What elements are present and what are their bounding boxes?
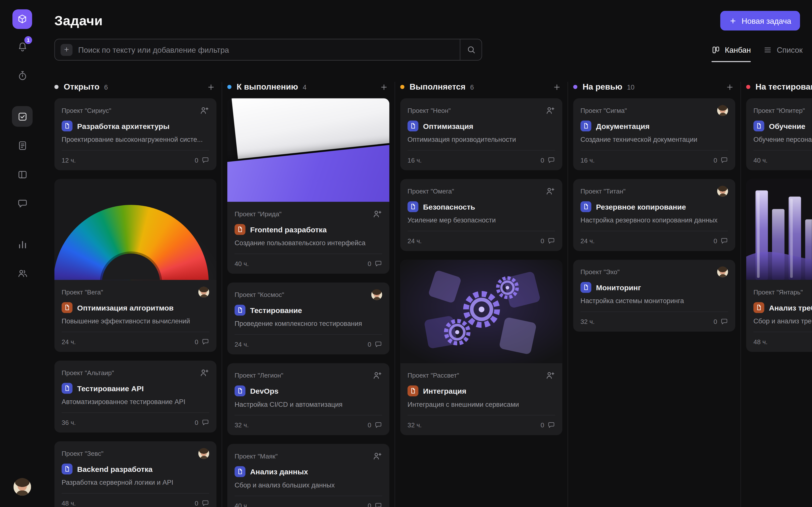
user-avatar[interactable] (13, 478, 31, 496)
task-card[interactable]: Проект "Юпитер" Обучение Обучение персон… (746, 98, 812, 170)
add-filter-button[interactable]: + (61, 44, 72, 56)
task-type-icon (408, 120, 418, 131)
project-label: Проект "Омега" (408, 187, 454, 195)
assignee-avatar[interactable] (717, 186, 728, 197)
task-card[interactable]: Проект "Омега" Безопасность Усиление мер… (400, 179, 562, 251)
task-description: Оптимизация производительности (408, 135, 555, 144)
project-label: Проект "Рассвет" (408, 372, 459, 379)
column-testing: На тестировании Проект "Юпитер" (741, 82, 812, 507)
task-card[interactable]: Проект "Сириус" Разработка архитектуры П… (54, 98, 216, 170)
task-card[interactable]: Проект "Зевс" Backend разработка Разрабо… (54, 441, 216, 507)
task-comments: 0 (713, 237, 728, 245)
search-bar: + (54, 39, 482, 61)
add-card-button[interactable] (552, 82, 562, 92)
task-comments: 0 (541, 421, 555, 429)
task-title: Мониторинг (596, 283, 641, 291)
assignee-avatar[interactable] (371, 289, 382, 300)
task-card[interactable]: Проект "Ирида" Frontend разработка Созда… (227, 98, 389, 274)
project-label: Проект "Эхо" (580, 268, 620, 275)
sidebar-item-notifications[interactable]: 1 (12, 36, 33, 57)
task-type-icon (580, 201, 591, 212)
sidebar-item-chat[interactable] (12, 193, 33, 214)
assign-user-icon[interactable] (199, 106, 209, 116)
assignee-avatar[interactable] (198, 287, 209, 297)
assignee-avatar[interactable] (717, 105, 728, 116)
assign-user-icon[interactable] (545, 371, 555, 380)
bar-chart-icon (17, 239, 28, 250)
search-button[interactable] (460, 39, 481, 60)
sidebar-item-team[interactable] (12, 263, 33, 284)
task-title: Оптимизация алгоритмов (77, 303, 173, 312)
task-card[interactable]: Проект "Титан" Резервное копирование Нас… (573, 179, 735, 251)
card-image-rainbow-fan (54, 179, 216, 280)
status-dot (227, 85, 232, 89)
column-header: Открыто 6 (54, 82, 216, 92)
task-card[interactable]: Проект "Эхо" Мониторинг Настройка систем… (573, 260, 735, 332)
assign-user-icon[interactable] (545, 106, 555, 116)
comment-icon (374, 340, 382, 348)
task-comments: 0 (713, 318, 728, 325)
page-title: Задачи (54, 13, 103, 29)
task-description: Обучение персонала (753, 135, 812, 144)
comment-icon (374, 421, 382, 429)
task-list-icon (17, 111, 28, 122)
page-header: Задачи Новая задача (54, 11, 812, 31)
assign-user-icon[interactable] (372, 451, 382, 461)
add-card-button[interactable] (378, 82, 390, 92)
assign-user-icon[interactable] (199, 368, 209, 378)
comment-icon (201, 419, 209, 426)
project-label: Проект "Легион" (235, 372, 283, 379)
task-card[interactable]: Проект "Легион" DevOps Настройка CI/CD и… (227, 363, 389, 435)
column-header: Выполняется 6 (400, 82, 562, 92)
task-comments: 0 (195, 419, 209, 426)
sidebar-item-board[interactable] (12, 164, 33, 185)
assignee-avatar[interactable] (198, 448, 209, 459)
task-title: Обучение (769, 122, 805, 130)
sidebar-item-timer[interactable] (12, 65, 33, 86)
task-hours: 32 ч. (408, 421, 422, 429)
task-card[interactable]: Проект "Космос" Тестирование Проведение … (227, 283, 389, 354)
chat-bubble-icon (17, 198, 28, 209)
task-card[interactable]: Проект "Маяк" Анализ данных Сбор и анали… (227, 444, 389, 507)
task-title: Безопасность (423, 203, 475, 211)
task-type-icon (62, 383, 72, 394)
view-kanban[interactable]: Канбан (711, 45, 751, 54)
sidebar-item-tasks[interactable] (12, 106, 33, 127)
assignee-avatar[interactable] (717, 267, 728, 277)
task-card[interactable]: Проект "Сигма" Документация Создание тех… (573, 98, 735, 170)
task-hours: 24 ч. (62, 338, 76, 345)
sidebar-item-projects[interactable] (12, 135, 33, 156)
task-description: Интеграция с внешними сервисами (408, 400, 555, 408)
task-card[interactable]: Проект "Альтаир" Тестирование API Автома… (54, 360, 216, 433)
status-dot (400, 85, 404, 89)
task-hours: 48 ч. (62, 500, 76, 507)
assign-user-icon[interactable] (372, 371, 382, 380)
toolbar: + Канбан Список (54, 39, 812, 61)
task-type-icon (753, 302, 764, 313)
task-title: Документация (596, 122, 650, 130)
task-comments: 0 (195, 499, 209, 507)
task-card[interactable]: Проект "Вега" Оптимизация алгоритмов Пов… (54, 179, 216, 352)
task-title: Frontend разработка (250, 225, 326, 234)
column-title: На ревью (582, 82, 622, 92)
task-title: DevOps (250, 387, 278, 395)
search-input[interactable] (78, 45, 460, 54)
comment-icon (547, 421, 555, 429)
comment-icon (374, 260, 382, 268)
task-comments: 0 (541, 237, 555, 245)
task-hours: 12 ч. (62, 157, 76, 164)
app-logo[interactable] (12, 9, 32, 29)
task-card[interactable]: Проект "Рассвет" Интеграция Интеграция с… (400, 260, 562, 435)
task-card[interactable]: Проект "Неон" Оптимизация Оптимизация пр… (400, 98, 562, 170)
assign-user-icon[interactable] (372, 209, 382, 219)
task-card[interactable]: Проект "Янтарь" Анализ требований Сбор и… (746, 179, 812, 352)
view-list[interactable]: Список (763, 45, 803, 54)
assign-user-icon[interactable] (545, 186, 555, 196)
new-task-button[interactable]: Новая задача (720, 11, 800, 31)
add-card-button[interactable] (724, 82, 735, 92)
users-icon (17, 268, 28, 279)
sidebar-item-analytics[interactable] (12, 234, 33, 255)
project-label: Проект "Янтарь" (753, 288, 803, 296)
add-card-button[interactable] (206, 82, 216, 92)
comment-icon (720, 237, 728, 245)
